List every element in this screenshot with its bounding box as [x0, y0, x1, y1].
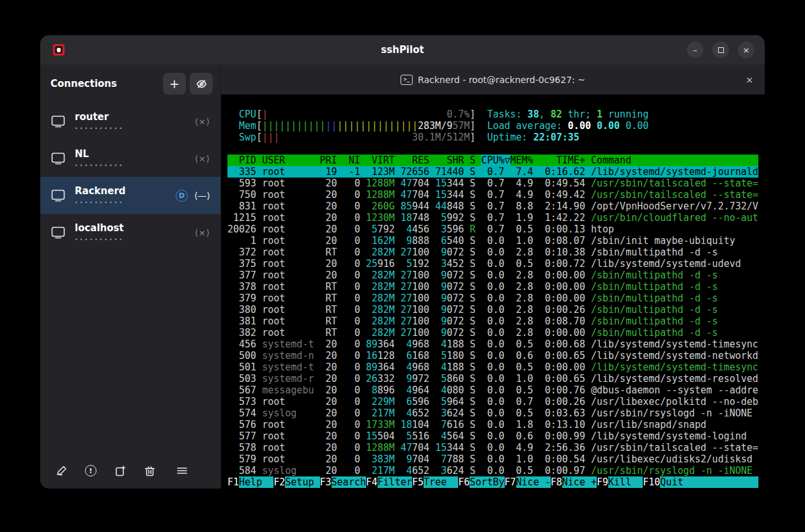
process-row-750[interactable]: 750 root 20 0 1288M 47704 15344 S 0.7 4.…	[227, 189, 758, 201]
process-row-375[interactable]: 375 root 20 0 25916 5192 3452 S 0.0 0.5 …	[227, 258, 758, 270]
new-window-icon	[114, 465, 126, 477]
process-row-20026[interactable]: 20026 root 20 0 5792 4456 3596 R 0.7 0.5…	[227, 224, 758, 235]
trash-icon	[144, 465, 156, 477]
tab-close-button[interactable]: ×	[746, 75, 753, 85]
connection-name: Racknerd	[75, 185, 126, 197]
htop-column-header[interactable]: PID USER PRI NI VIRT RES SHR S CPU%▽MEM%…	[227, 155, 758, 166]
connection-item-nl[interactable]: NL••••••••••⟨×⟩	[40, 140, 220, 177]
connected-icon: ⟨—⟩	[194, 190, 210, 201]
connection-secret-dots: ••••••••••	[75, 200, 126, 206]
htop-function-key-bar[interactable]: F1Help F2Setup F3SearchF4FilterF5Tree F6…	[227, 476, 758, 488]
terminal-tab-bar[interactable]: >_ Racknerd - root@racknerd-0c9627: ~ ×	[221, 65, 765, 95]
window-title: sshPilot	[40, 44, 765, 56]
monitor-icon	[50, 188, 66, 203]
add-connection-button[interactable]: +	[163, 73, 186, 95]
connection-secret-dots: ••••••••••	[75, 237, 124, 243]
titlebar: sshPilot – ×	[40, 35, 765, 65]
process-row-381[interactable]: 381 root RT 0 282M 27100 9072 S 0.0 2.8 …	[227, 315, 758, 327]
menu-icon	[176, 466, 188, 476]
monitor-icon	[50, 151, 66, 166]
connection-info-button[interactable]: !	[85, 465, 114, 476]
connection-item-racknerd[interactable]: Racknerd••••••••••D⟨—⟩	[40, 177, 220, 214]
terminal-pane: >_ Racknerd - root@racknerd-0c9627: ~ × …	[220, 65, 765, 489]
process-row-579[interactable]: 579 root 20 0 383M 9704 7788 S 0.0 1.0 0…	[227, 453, 758, 465]
maximize-button[interactable]	[712, 42, 729, 58]
disconnected-icon: ⟨×⟩	[195, 154, 210, 163]
connection-secret-dots: ••••••••••	[75, 163, 124, 169]
disconnected-icon: ⟨×⟩	[195, 117, 210, 126]
connection-name: router	[75, 111, 124, 123]
delete-connection-button[interactable]	[144, 465, 173, 477]
connection-item-router[interactable]: router••••••••••⟨×⟩	[40, 103, 220, 140]
process-row-456[interactable]: 456 systemd-t 20 0 89364 4968 4188 S 0.0…	[227, 338, 758, 350]
sidebar-toolbar: !	[40, 453, 220, 489]
htop-summary: Tasks: 38, 82 thr; 1 runningLoad average…	[487, 109, 648, 143]
process-row-577[interactable]: 577 root 20 0 15504 5516 4564 S 0.0 0.6 …	[227, 430, 758, 442]
process-row-378[interactable]: 378 root RT 0 282M 27100 9072 S 0.0 2.8 …	[227, 281, 758, 293]
process-row-501[interactable]: 501 systemd-t 20 0 89364 4968 4188 S 0.0…	[227, 361, 758, 373]
process-row-380[interactable]: 380 root RT 0 282M 27100 9072 S 0.0 2.8 …	[227, 304, 758, 315]
connection-item-localhost[interactable]: localhost••••••••••⟨×⟩	[40, 214, 220, 251]
pencil-icon	[56, 465, 68, 477]
main-menu-button[interactable]	[176, 466, 205, 476]
maximize-icon	[718, 47, 724, 53]
hide-passwords-button[interactable]	[190, 73, 213, 95]
sidebar-title: Connections	[50, 78, 117, 89]
process-row-578[interactable]: 578 root 20 0 1288M 47704 15344 S 0.0 4.…	[227, 442, 758, 453]
monitor-icon	[50, 225, 66, 240]
monitor-icon	[50, 114, 66, 129]
close-button[interactable]: ×	[738, 42, 755, 58]
info-icon: !	[85, 465, 96, 476]
process-row-574[interactable]: 574 syslog 20 0 217M 4652 3624 S 0.0 0.5…	[227, 407, 758, 419]
connection-name: localhost	[75, 222, 124, 234]
process-row-567[interactable]: 567 messagebu 20 0 8896 4964 4080 S 0.0 …	[227, 384, 758, 396]
process-row-379[interactable]: 379 root RT 0 282M 27100 9072 S 0.0 2.8 …	[227, 293, 758, 304]
edit-connection-button[interactable]	[56, 465, 85, 477]
process-row-573[interactable]: 573 root 20 0 229M 6596 5964 S 0.0 0.7 0…	[227, 396, 758, 407]
process-row-335[interactable]: 335 root 19 -1 123M 72656 71440 S 0.7 7.…	[227, 166, 758, 178]
app-window: sshPilot – × Connections +	[40, 35, 765, 489]
duplicate-badge: D	[176, 190, 188, 202]
terminal-tab-title: Racknerd - root@racknerd-0c9627: ~	[418, 75, 585, 85]
eye-off-icon	[196, 79, 207, 89]
process-row-1215[interactable]: 1215 root 20 0 1230M 18748 5992 S 0.7 1.…	[227, 212, 758, 224]
process-row-576[interactable]: 576 root 20 0 1733M 18104 7616 S 0.0 1.8…	[227, 419, 758, 430]
connections-list: router••••••••••⟨×⟩NL••••••••••⟨×⟩Rackne…	[40, 103, 220, 251]
process-row-1[interactable]: 1 root 20 0 162M 9888 6540 S 0.0 1.0 0:0…	[227, 235, 758, 247]
process-row-500[interactable]: 500 systemd-n 20 0 16128 6168 5180 S 0.0…	[227, 350, 758, 361]
htop-meters: CPU[| 0.7%] Mem[||||||||||||||||||||||||…	[227, 109, 475, 143]
process-row-503[interactable]: 503 systemd-r 20 0 26332 9972 5860 S 0.0…	[227, 373, 758, 384]
disconnected-icon: ⟨×⟩	[195, 228, 210, 238]
process-row-593[interactable]: 593 root 20 0 1288M 47704 15344 S 0.7 4.…	[227, 178, 758, 189]
process-row-372[interactable]: 372 root RT 0 282M 27100 9072 S 0.0 2.8 …	[227, 247, 758, 258]
sidebar: Connections + router••••••••••⟨×⟩NL•••••…	[40, 65, 220, 489]
htop-process-table: 335 root 19 -1 123M 72656 71440 S 0.7 7.…	[227, 166, 765, 476]
terminal-output: CPU[| 0.7%] Mem[||||||||||||||||||||||||…	[221, 95, 765, 489]
connection-name: NL	[75, 148, 124, 160]
new-terminal-button[interactable]	[114, 465, 144, 477]
process-row-584[interactable]: 584 syslog 20 0 217M 4652 3624 S 0.0 0.5…	[227, 465, 758, 476]
minimize-button[interactable]: –	[687, 42, 703, 58]
process-row-382[interactable]: 382 root RT 0 282M 27100 9072 S 0.0 2.8 …	[227, 327, 758, 338]
process-row-377[interactable]: 377 root 20 0 282M 27100 9072 S 0.0 2.8 …	[227, 270, 758, 281]
process-row-831[interactable]: 831 root 20 0 260G 85944 44848 S 0.7 8.8…	[227, 201, 758, 212]
terminal-icon: >_	[401, 75, 413, 85]
connection-secret-dots: ••••••••••	[75, 126, 124, 132]
